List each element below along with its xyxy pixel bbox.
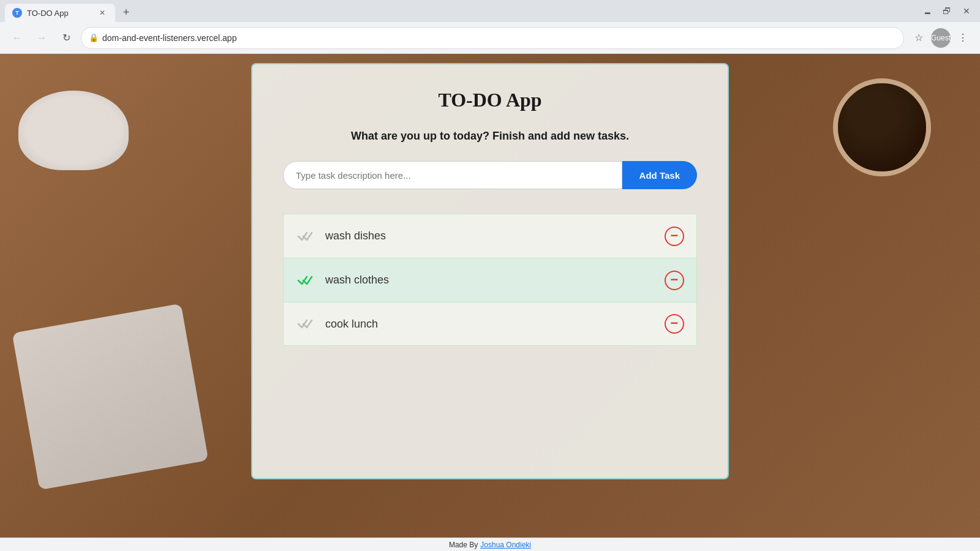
coffee-decor	[833, 78, 931, 176]
task-list: wash dishes wash clothes	[283, 214, 697, 346]
back-button[interactable]: ←	[7, 28, 27, 48]
task-item: cook lunch	[283, 302, 697, 346]
favicon-icon: T	[15, 10, 19, 16]
active-tab[interactable]: T TO-DO App ✕	[5, 4, 115, 22]
back-icon: ←	[12, 32, 22, 43]
profile-button[interactable]: Guest	[931, 28, 951, 48]
close-icon: ✕	[963, 6, 970, 16]
maximize-icon: 🗗	[943, 6, 951, 16]
app-card: TO-DO App What are you up to today? Fini…	[251, 63, 729, 479]
profile-label: Guest	[931, 34, 951, 42]
footer-link[interactable]: Joshua Ondieki	[480, 541, 531, 549]
browser-frame: T TO-DO App ✕ + 🗕 🗗 ✕ ← →	[0, 0, 980, 551]
title-bar: T TO-DO App ✕ + 🗕 🗗 ✕	[0, 0, 980, 22]
url-text: dom-and-event-listeners.vercel.app	[102, 33, 896, 43]
minimize-button[interactable]: 🗕	[919, 2, 936, 20]
window-controls: 🗕 🗗 ✕	[919, 2, 975, 20]
double-check-gray-icon	[297, 230, 314, 242]
minimize-icon: 🗕	[923, 6, 932, 16]
task-input-area: Add Task	[283, 161, 697, 189]
tab-title: TO-DO App	[27, 9, 92, 18]
task-check-icon[interactable]	[296, 274, 315, 287]
app-title: TO-DO App	[283, 89, 697, 111]
add-task-button[interactable]: Add Task	[622, 161, 697, 189]
double-check-green-icon	[297, 274, 314, 287]
delete-task-button[interactable]	[665, 227, 684, 246]
url-bar[interactable]: 🔒 dom-and-event-listeners.vercel.app	[81, 27, 904, 49]
lock-icon: 🔒	[89, 33, 99, 42]
task-text: wash clothes	[325, 274, 655, 287]
menu-icon: ⋮	[958, 32, 968, 43]
browser-actions: ☆ Guest ⋮	[909, 28, 973, 48]
reload-button[interactable]: ↻	[56, 28, 76, 48]
delete-task-button[interactable]	[665, 314, 684, 334]
maximize-button[interactable]: 🗗	[938, 2, 956, 20]
task-text: wash dishes	[325, 230, 655, 242]
tab-strip: T TO-DO App ✕ +	[5, 0, 135, 22]
keyboard-decor	[12, 304, 209, 490]
tab-favicon: T	[12, 8, 22, 18]
forward-icon: →	[37, 32, 47, 43]
task-item: wash dishes	[283, 214, 697, 258]
menu-button[interactable]: ⋮	[953, 28, 973, 48]
double-check-gray-icon	[297, 318, 314, 330]
mouse-decor	[18, 91, 129, 170]
task-input[interactable]	[283, 161, 622, 189]
page-area: TO-DO App What are you up to today? Fini…	[0, 54, 980, 538]
bookmark-icon: ☆	[914, 32, 923, 43]
new-tab-button[interactable]: +	[118, 4, 135, 21]
task-check-icon[interactable]	[296, 318, 315, 330]
close-button[interactable]: ✕	[958, 2, 975, 20]
forward-button[interactable]: →	[32, 28, 51, 48]
app-subtitle: What are you up to today? Finish and add…	[283, 130, 697, 143]
delete-task-button[interactable]	[665, 271, 684, 290]
task-text: cook lunch	[325, 318, 655, 331]
bookmark-button[interactable]: ☆	[909, 28, 929, 48]
status-bar: Made By Joshua Ondieki	[0, 538, 980, 551]
reload-icon: ↻	[62, 32, 70, 43]
task-item: wash clothes	[283, 258, 697, 302]
tab-close-button[interactable]: ✕	[97, 7, 108, 18]
address-bar: ← → ↻ 🔒 dom-and-event-listeners.vercel.a…	[0, 22, 980, 54]
task-check-icon[interactable]	[296, 230, 315, 242]
footer-text: Made By	[449, 541, 478, 549]
